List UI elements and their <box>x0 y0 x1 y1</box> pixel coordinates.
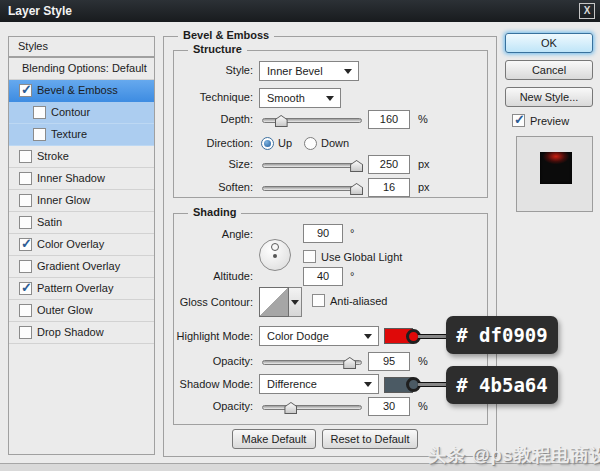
sidebar-item-label: Stroke <box>37 150 69 162</box>
sidebar-item-label: Inner Shadow <box>37 172 105 184</box>
sidebar-item-color-overlay[interactable]: Color Overlay <box>9 234 154 256</box>
angle-input[interactable]: 90 <box>303 224 343 243</box>
styles-header-label: Styles <box>18 40 48 52</box>
sidebar-item-blending-options[interactable]: Blending Options: Default <box>9 58 154 80</box>
sidebar-item-stroke[interactable]: Stroke <box>9 146 154 168</box>
sidebar-item-drop-shadow[interactable]: Drop Shadow <box>9 322 154 344</box>
angle-dial[interactable] <box>259 239 291 271</box>
preview-thumbnail <box>540 152 572 184</box>
sidebar-item-satin[interactable]: Satin <box>9 212 154 234</box>
new-style-button[interactable]: New Style... <box>505 87 593 107</box>
sidebar-item-label: Drop Shadow <box>37 326 104 338</box>
shadow-opacity-unit: % <box>418 400 428 412</box>
direction-label: Direction: <box>161 137 253 149</box>
shadow-opacity-label: Opacity: <box>161 400 253 412</box>
angle-label: Angle: <box>161 228 253 240</box>
close-icon[interactable]: X <box>579 3 595 19</box>
stroke-checkbox[interactable] <box>19 150 32 163</box>
soften-label: Soften: <box>161 181 253 193</box>
bevel-emboss-checkbox[interactable] <box>19 84 32 97</box>
sidebar-item-label: Outer Glow <box>37 304 93 316</box>
altitude-input[interactable]: 40 <box>303 267 343 286</box>
angle-dial-indicator[interactable] <box>271 243 279 251</box>
gloss-contour-dropdown-button[interactable] <box>289 287 302 317</box>
preview-thumbnail-box <box>516 136 593 212</box>
chevron-down-icon <box>326 96 334 101</box>
styles-list: Blending Options: Default Bevel & Emboss… <box>8 57 155 455</box>
inner-glow-checkbox[interactable] <box>19 194 32 207</box>
layer-style-dialog: Layer Style X Styles Blending Options: D… <box>0 0 600 471</box>
anti-aliased-label: Anti-aliased <box>330 295 387 307</box>
watermark: 头条 @ps教程电商设计 <box>428 443 600 467</box>
size-unit: px <box>418 158 430 170</box>
title-bar: Layer Style X <box>0 0 600 22</box>
soften-slider[interactable] <box>262 186 362 191</box>
direction-up-radio[interactable] <box>261 137 274 150</box>
sidebar-item-label: Bevel & Emboss <box>37 84 118 96</box>
sidebar-item-label: Color Overlay <box>37 238 104 250</box>
sidebar-item-pattern-overlay[interactable]: Pattern Overlay <box>9 278 154 300</box>
size-input[interactable]: 250 <box>368 155 410 174</box>
gloss-contour-thumbnail[interactable] <box>259 287 289 317</box>
highlight-opacity-slider[interactable] <box>262 360 362 365</box>
satin-checkbox[interactable] <box>19 216 32 229</box>
highlight-mode-label: Highlight Mode: <box>161 330 253 342</box>
preview-checkbox[interactable] <box>512 114 525 127</box>
size-slider[interactable] <box>262 163 362 168</box>
sidebar-item-outer-glow[interactable]: Outer Glow <box>9 300 154 322</box>
drop-shadow-checkbox[interactable] <box>19 326 32 339</box>
reset-to-default-button[interactable]: Reset to Default <box>322 429 418 449</box>
style-dropdown-value: Inner Bevel <box>267 65 323 77</box>
highlight-mode-dropdown[interactable]: Color Dodge <box>259 326 379 346</box>
ok-button[interactable]: OK <box>505 33 593 53</box>
depth-slider[interactable] <box>262 118 362 123</box>
styles-header-box: Styles <box>8 36 155 57</box>
make-default-button[interactable]: Make Default <box>232 429 316 449</box>
soften-unit: px <box>418 181 430 193</box>
shadow-opacity-slider[interactable] <box>262 405 362 410</box>
shadow-opacity-input[interactable]: 30 <box>368 397 410 416</box>
shadow-callout-line <box>418 382 447 387</box>
sidebar-item-label: Gradient Overlay <box>37 260 120 272</box>
sidebar-item-label: Pattern Overlay <box>37 282 113 294</box>
outer-glow-checkbox[interactable] <box>19 304 32 317</box>
anti-aliased-checkbox[interactable] <box>312 294 325 307</box>
technique-dropdown[interactable]: Smooth <box>259 88 341 108</box>
texture-checkbox[interactable] <box>33 128 46 141</box>
cancel-button[interactable]: Cancel <box>505 60 593 80</box>
contour-checkbox[interactable] <box>33 106 46 119</box>
gradient-overlay-checkbox[interactable] <box>19 260 32 273</box>
highlight-mode-value: Color Dodge <box>267 330 329 342</box>
use-global-light-label: Use Global Light <box>321 251 402 263</box>
technique-dropdown-value: Smooth <box>267 92 305 104</box>
dialog-title: Layer Style <box>8 4 72 18</box>
sidebar-item-texture[interactable]: Texture <box>9 124 154 146</box>
style-label: Style: <box>161 64 253 76</box>
sidebar-item-contour[interactable]: Contour <box>9 102 154 124</box>
sidebar-item-gradient-overlay[interactable]: Gradient Overlay <box>9 256 154 278</box>
sidebar-item-inner-shadow[interactable]: Inner Shadow <box>9 168 154 190</box>
sidebar-item-label: Inner Glow <box>37 194 90 206</box>
angle-dial-center <box>273 254 277 258</box>
sidebar-item-label: Texture <box>51 128 87 140</box>
highlight-callout-line <box>418 334 447 339</box>
soften-input[interactable]: 16 <box>368 178 410 197</box>
direction-down-radio[interactable] <box>304 137 317 150</box>
chevron-down-icon <box>291 300 299 305</box>
sidebar-item-inner-glow[interactable]: Inner Glow <box>9 190 154 212</box>
sidebar-item-bevel-emboss[interactable]: Bevel & Emboss <box>9 80 154 102</box>
pattern-overlay-checkbox[interactable] <box>19 282 32 295</box>
highlight-hex-callout: # df0909 <box>446 316 558 354</box>
preview-label: Preview <box>530 115 569 127</box>
chevron-down-icon <box>364 334 372 339</box>
gloss-contour-label: Gloss Contour: <box>161 296 253 308</box>
highlight-opacity-input[interactable]: 95 <box>368 352 410 371</box>
shadow-mode-dropdown[interactable]: Difference <box>259 374 379 394</box>
style-dropdown[interactable]: Inner Bevel <box>259 61 359 81</box>
depth-input[interactable]: 160 <box>368 110 410 129</box>
depth-label: Depth: <box>161 113 253 125</box>
direction-down-label: Down <box>321 137 349 149</box>
use-global-light-checkbox[interactable] <box>303 250 316 263</box>
color-overlay-checkbox[interactable] <box>19 238 32 251</box>
inner-shadow-checkbox[interactable] <box>19 172 32 185</box>
